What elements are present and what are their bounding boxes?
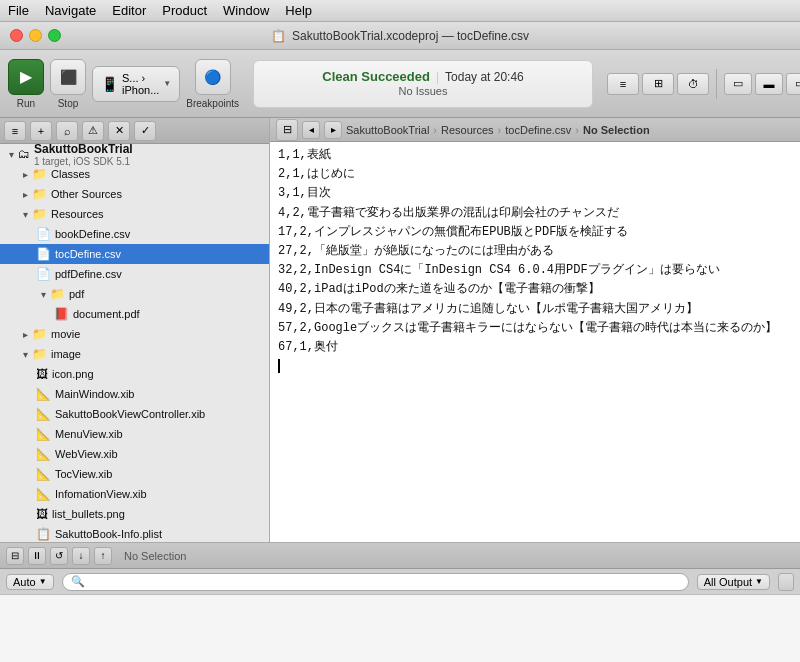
stop-button[interactable]: ⬛ Stop <box>50 59 86 109</box>
step-out-btn[interactable]: ↑ <box>94 547 112 565</box>
xib-icon: 📐 <box>36 427 51 441</box>
assistant-editor-btn[interactable]: ⊞ <box>642 73 674 95</box>
breadcrumb-project[interactable]: SakuttoBookTrial <box>346 124 429 136</box>
sidebar-item-webview[interactable]: 📐 WebView.xib <box>0 444 269 464</box>
breakpoints-button[interactable]: 🔵 Breakpoints <box>186 59 239 109</box>
sidebar-item-pdf-group[interactable]: ▾ 📁 pdf <box>0 284 269 304</box>
menu-editor[interactable]: Editor <box>112 3 146 18</box>
sidebar-label-image: image <box>51 348 81 360</box>
hide-utilities-btn[interactable]: ▭ <box>786 73 800 95</box>
editor-cursor-line[interactable] <box>278 357 792 376</box>
scheme-selector[interactable]: 📱 S... › iPhon... ▼ <box>92 66 180 102</box>
sidebar-label-webview: WebView.xib <box>55 448 118 460</box>
sidebar-item-plist[interactable]: 📋 SakuttoBook-Info.plist <box>0 524 269 542</box>
folder-icon: 📁 <box>32 347 47 361</box>
sidebar-item-movie[interactable]: ▸ 📁 movie <box>0 324 269 344</box>
sidebar-label-classes: Classes <box>51 168 90 180</box>
hide-navigator-btn[interactable]: ▭ <box>724 73 752 95</box>
editor-line: 67,1,奥付 <box>278 338 792 357</box>
sidebar-item-mainwindow[interactable]: 📐 MainWindow.xib <box>0 384 269 404</box>
sidebar-error-btn[interactable]: ✕ <box>108 121 130 141</box>
nav-forward-btn[interactable]: ▸ <box>324 121 342 139</box>
sidebar-item-icon-png[interactable]: 🖼 icon.png <box>0 364 269 384</box>
maximize-button[interactable] <box>48 29 61 42</box>
sidebar-label-plist: SakuttoBook-Info.plist <box>55 528 162 540</box>
breadcrumb-sep: › <box>575 124 579 136</box>
sidebar-item-other-sources[interactable]: ▸ 📁 Other Sources <box>0 184 269 204</box>
sidebar-item-classes[interactable]: ▸ 📁 Classes <box>0 164 269 184</box>
version-editor-btn[interactable]: ⏱ <box>677 73 709 95</box>
status-time: Today at 20:46 <box>445 70 524 84</box>
minimize-button[interactable] <box>29 29 42 42</box>
sidebar-label-pdfdefine: pdfDefine.csv <box>55 268 122 280</box>
pause-btn[interactable]: ⏸ <box>28 547 46 565</box>
disclosure-icon: ▸ <box>18 167 32 181</box>
sidebar-item-bookdefine[interactable]: 📄 bookDefine.csv <box>0 224 269 244</box>
sidebar-item-infomationview[interactable]: 📐 InfomationView.xib <box>0 484 269 504</box>
breadcrumb-resources[interactable]: Resources <box>441 124 494 136</box>
breadcrumb-file[interactable]: tocDefine.csv <box>505 124 571 136</box>
editor-line: 4,2,電子書籍で変わる出版業界の混乱は印刷会社のチャンスだ <box>278 204 792 223</box>
bottom-content <box>0 595 800 662</box>
step-over-btn[interactable]: ↺ <box>50 547 68 565</box>
status-main: Clean Succeeded <box>322 69 430 84</box>
editor-area[interactable]: 1,1,表紙 2,1,はじめに 3,1,目次 4,2,電子書籍で変わる出版業界の… <box>270 142 800 542</box>
sidebar-item-document-pdf[interactable]: 📕 document.pdf <box>0 304 269 324</box>
sidebar-toggle-btn[interactable]: ⊟ <box>276 119 298 141</box>
sidebar-test-btn[interactable]: ✓ <box>134 121 156 141</box>
editor-line: 57,2,Googleブックスは電子書籍キラーにはならない【電子書籍の時代は本当… <box>278 319 792 338</box>
menu-help[interactable]: Help <box>285 3 312 18</box>
sidebar-item-menuview[interactable]: 📐 MenuView.xib <box>0 424 269 444</box>
clear-btn[interactable] <box>778 573 794 591</box>
all-output-label: All Output <box>704 576 752 588</box>
project-name: SakuttoBookTrial <box>34 142 133 156</box>
menu-window[interactable]: Window <box>223 3 269 18</box>
close-button[interactable] <box>10 29 23 42</box>
sidebar-item-project[interactable]: ▾ 🗂 SakuttoBookTrial 1 target, iOS SDK 5… <box>0 144 269 164</box>
sidebar-filter-btn[interactable]: ≡ <box>4 121 26 141</box>
run-label: Run <box>17 98 35 109</box>
title-icon: 📋 <box>271 29 286 43</box>
breakpoints-label: Breakpoints <box>186 98 239 109</box>
sidebar: ≡ + ⌕ ⚠ ✕ ✓ ▾ 🗂 SakuttoBookTrial 1 targe… <box>0 118 270 542</box>
sidebar-item-listbullets[interactable]: 🖼 list_bullets.png <box>0 504 269 524</box>
sidebar-label-mainwindow: MainWindow.xib <box>55 388 134 400</box>
bottom-toolbar: ⊟ ⏸ ↺ ↓ ↑ No Selection <box>0 543 800 569</box>
editor-line: 1,1,表紙 <box>278 146 792 165</box>
breadcrumb-selection[interactable]: No Selection <box>583 124 650 136</box>
sidebar-item-resources[interactable]: ▾ 📁 Resources <box>0 204 269 224</box>
png-icon: 🖼 <box>36 507 48 521</box>
all-output-filter[interactable]: All Output ▼ <box>697 574 770 590</box>
status-sub: No Issues <box>399 85 448 97</box>
sidebar-item-sbvc[interactable]: 📐 SakuttoBookViewController.xib <box>0 404 269 424</box>
folder-icon: 📁 <box>32 167 47 181</box>
nav-back-btn[interactable]: ◂ <box>302 121 320 139</box>
sidebar-item-image[interactable]: ▾ 📁 image <box>0 344 269 364</box>
auto-filter[interactable]: Auto ▼ <box>6 574 54 590</box>
folder-icon: 📁 <box>32 327 47 341</box>
sidebar-add-btn[interactable]: + <box>30 121 52 141</box>
csv-icon: 📄 <box>36 227 51 241</box>
run-button[interactable]: ▶ Run <box>8 59 44 109</box>
hide-debug-btn[interactable]: ▬ <box>755 73 783 95</box>
no-selection-label: No Selection <box>124 550 186 562</box>
step-in-btn[interactable]: ↓ <box>72 547 90 565</box>
disclosure-icon: ▾ <box>36 287 50 301</box>
menu-navigate[interactable]: Navigate <box>45 3 96 18</box>
menu-product[interactable]: Product <box>162 3 207 18</box>
hide-debug-area-btn[interactable]: ⊟ <box>6 547 24 565</box>
search-field[interactable]: 🔍 <box>62 573 689 591</box>
sidebar-item-tocview[interactable]: 📐 TocView.xib <box>0 464 269 484</box>
xib-icon: 📐 <box>36 487 51 501</box>
nav-bar: ⊟ ◂ ▸ SakuttoBookTrial › Resources › toc… <box>270 118 800 142</box>
menu-file[interactable]: File <box>8 3 29 18</box>
sidebar-item-tocdefine[interactable]: 📄 tocDefine.csv <box>0 244 269 264</box>
util-icon: ▭ <box>795 77 800 90</box>
sidebar-warning-btn[interactable]: ⚠ <box>82 121 104 141</box>
sidebar-search-btn[interactable]: ⌕ <box>56 121 78 141</box>
clock-icon: ⏱ <box>688 78 699 90</box>
sidebar-item-pdfdefine[interactable]: 📄 pdfDefine.csv <box>0 264 269 284</box>
editor-view-btn[interactable]: ≡ <box>607 73 639 95</box>
sidebar-toolbar: ≡ + ⌕ ⚠ ✕ ✓ <box>0 118 269 144</box>
xib-icon: 📐 <box>36 467 51 481</box>
